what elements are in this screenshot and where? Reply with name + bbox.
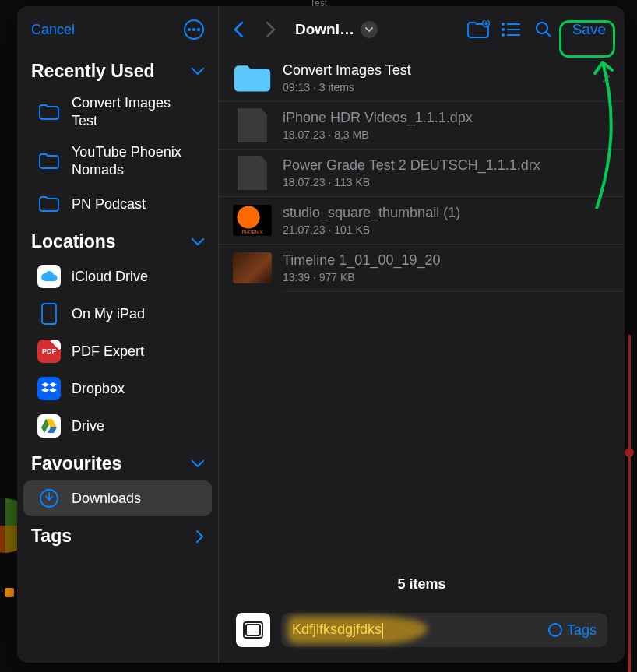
- chevron-down-icon: [192, 238, 204, 246]
- svg-point-0: [188, 28, 191, 31]
- icloud-icon: [37, 265, 61, 288]
- search-button[interactable]: [532, 18, 555, 41]
- sidebar-item-label: Downloads: [72, 490, 141, 508]
- breadcrumb-title: Downl…: [295, 21, 354, 38]
- chevron-right-icon: [603, 70, 611, 86]
- sidebar-item-label: YouTube Phoenix Nomads: [72, 143, 196, 178]
- file-title: iPhone HDR Videos_1.1.1.dpx: [283, 110, 611, 126]
- file-subtitle: 18.07.23 · 8,3 MB: [283, 128, 611, 141]
- section-title: Locations: [31, 231, 116, 252]
- tags-label: Tags: [567, 622, 597, 639]
- section-locations[interactable]: Locations: [17, 223, 218, 257]
- image-thumbnail: [233, 252, 272, 283]
- sidebar-top: Cancel: [17, 6, 218, 53]
- background-playhead-line: [628, 335, 631, 672]
- section-recently-used[interactable]: Recently Used: [17, 53, 218, 86]
- background-playhead-handle: [625, 448, 634, 457]
- dropbox-icon: [37, 377, 61, 400]
- sidebar-item-label: On My iPad: [72, 305, 145, 323]
- document-icon: [236, 613, 270, 647]
- tag-circle-icon: [548, 623, 562, 637]
- file-row-folder[interactable]: Convert Images Test 09:13 · 3 items: [219, 55, 625, 102]
- sidebar: Cancel Recently Used Convert Images Test…: [17, 6, 219, 663]
- sidebar-item-on-my-ipad[interactable]: On My iPad: [23, 296, 212, 332]
- file-icon: [233, 110, 272, 141]
- tags-button[interactable]: Tags: [548, 622, 597, 639]
- file-subtitle: 21.07.23 · 101 KB: [283, 223, 611, 236]
- folder-icon: [37, 150, 61, 173]
- chevron-down-icon: [365, 27, 373, 33]
- sidebar-item-convert-images-test[interactable]: Convert Images Test: [23, 88, 212, 135]
- section-title: Recently Used: [31, 61, 155, 82]
- sidebar-item-pdf-expert[interactable]: PDF PDF Expert: [23, 333, 212, 369]
- chevron-right-icon: [266, 21, 276, 38]
- folder-icon: [37, 192, 61, 216]
- svg-rect-3: [42, 304, 56, 324]
- image-thumbnail: PHOENIX: [233, 205, 272, 236]
- list-icon: [501, 22, 521, 37]
- section-tags[interactable]: Tags: [17, 518, 218, 551]
- back-button[interactable]: [227, 18, 250, 41]
- sidebar-item-drive[interactable]: Drive: [23, 408, 212, 444]
- svg-point-6: [502, 23, 505, 26]
- sidebar-item-downloads[interactable]: Downloads: [23, 480, 212, 516]
- section-title: Favourites: [31, 453, 121, 474]
- sidebar-item-label: Dropbox: [72, 380, 125, 398]
- more-options-button[interactable]: [184, 19, 204, 40]
- svg-rect-7: [507, 23, 520, 25]
- file-subtitle: 09:13 · 3 items: [283, 81, 592, 93]
- ellipsis-icon: [188, 28, 200, 31]
- background-title: Test: [0, 0, 637, 6]
- filename-input[interactable]: Kdfjlfksdgjfdks Tags: [281, 613, 607, 647]
- file-title: studio_square_thumbnail (1): [283, 205, 611, 221]
- section-title: Tags: [31, 526, 72, 547]
- sidebar-item-label: Convert Images Test: [72, 94, 196, 129]
- save-button[interactable]: Save: [565, 18, 614, 41]
- sidebar-item-label: iCloud Drive: [72, 268, 148, 286]
- breadcrumb[interactable]: Downl…: [292, 21, 381, 38]
- breadcrumb-menu-button[interactable]: [361, 21, 378, 38]
- folder-icon: [37, 100, 61, 124]
- new-folder-button[interactable]: [466, 18, 490, 41]
- svg-rect-11: [507, 34, 520, 36]
- download-icon: [37, 487, 61, 510]
- sidebar-item-youtube-phoenix-nomads[interactable]: YouTube Phoenix Nomads: [23, 137, 212, 185]
- filename-bar: Kdfjlfksdgjfdks Tags: [219, 603, 625, 663]
- background-marker: [5, 588, 14, 597]
- svg-rect-9: [507, 29, 520, 30]
- file-row: PHOENIX studio_square_thumbnail (1) 21.0…: [219, 197, 625, 245]
- section-favourites[interactable]: Favourites: [17, 445, 218, 479]
- folder-icon: [233, 62, 272, 93]
- pdf-expert-icon: PDF: [37, 340, 61, 363]
- filename-value: Kdfjlfksdgjfdks: [292, 621, 383, 638]
- file-row: Timeline 1_01_00_19_20 13:39 · 977 KB: [219, 245, 625, 291]
- file-subtitle: 13:39 · 977 KB: [283, 271, 611, 283]
- file-list[interactable]: Convert Images Test 09:13 · 3 items iPho…: [219, 53, 625, 568]
- file-title: Timeline 1_01_00_19_20: [283, 252, 611, 269]
- forward-button: [259, 18, 283, 41]
- file-browser-sheet: Cancel Recently Used Convert Images Test…: [17, 6, 625, 663]
- text-caret: [382, 623, 383, 639]
- file-row: iPhone HDR Videos_1.1.1.dpx 18.07.23 · 8…: [219, 102, 625, 150]
- sidebar-item-pn-podcast[interactable]: PN Podcast: [23, 186, 212, 222]
- sidebar-item-label: PN Podcast: [72, 195, 146, 213]
- main-panel: Downl… Save: [219, 6, 625, 663]
- divider: [283, 291, 625, 292]
- view-options-button[interactable]: [499, 18, 523, 41]
- chevron-left-icon: [233, 21, 244, 38]
- search-icon: [534, 20, 553, 39]
- chevron-right-icon: [196, 530, 204, 543]
- chevron-down-icon: [192, 68, 204, 76]
- sidebar-item-label: PDF Expert: [72, 343, 144, 361]
- file-title: Convert Images Test: [283, 62, 592, 79]
- ipad-icon: [37, 302, 61, 325]
- svg-rect-14: [246, 625, 260, 635]
- svg-point-8: [502, 28, 505, 31]
- google-drive-icon: [37, 414, 61, 438]
- sidebar-item-dropbox[interactable]: Dropbox: [23, 371, 212, 406]
- cancel-button[interactable]: Cancel: [31, 22, 75, 38]
- sidebar-item-icloud-drive[interactable]: iCloud Drive: [23, 259, 212, 294]
- svg-point-1: [192, 28, 195, 31]
- svg-point-2: [197, 28, 200, 31]
- item-count: 5 items: [219, 568, 625, 603]
